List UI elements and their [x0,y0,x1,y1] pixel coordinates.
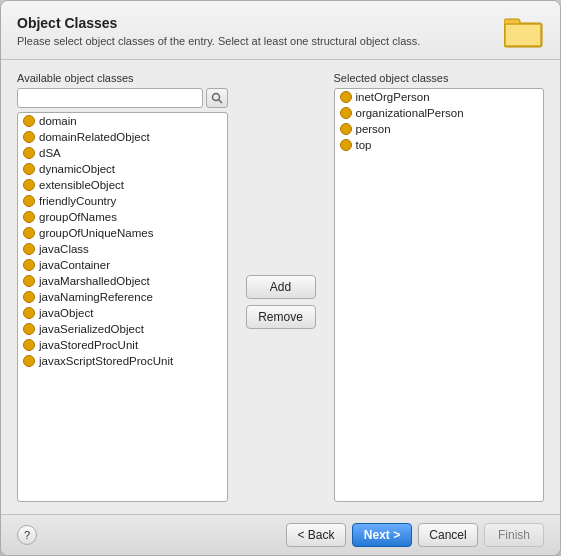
list-item[interactable]: javaObject [18,305,227,321]
footer-left: ? [17,525,37,545]
back-button[interactable]: < Back [286,523,346,547]
selected-classes-list[interactable]: inetOrgPersonorganizationalPersonpersont… [334,88,545,502]
item-icon [22,258,36,272]
search-row [17,88,228,108]
item-icon [22,178,36,192]
right-panel: Selected object classes inetOrgPersonorg… [334,72,545,502]
list-item[interactable]: top [335,137,544,153]
item-icon [22,162,36,176]
dialog-footer: ? < Back Next > Cancel Finish [1,514,560,555]
list-item[interactable]: dSA [18,145,227,161]
cancel-button[interactable]: Cancel [418,523,478,547]
header-text: Object Classes Please select object clas… [17,15,494,47]
help-button[interactable]: ? [17,525,37,545]
item-icon [22,226,36,240]
svg-rect-3 [506,25,540,45]
dialog-body: Available object classes domaindomainRel… [1,60,560,514]
list-item[interactable]: inetOrgPerson [335,89,544,105]
add-button[interactable]: Add [246,275,316,299]
available-classes-label: Available object classes [17,72,228,84]
item-icon [339,106,353,120]
item-icon [339,122,353,136]
item-icon [22,146,36,160]
list-item[interactable]: extensibleObject [18,177,227,193]
next-button[interactable]: Next > [352,523,412,547]
item-icon [22,194,36,208]
search-icon [211,92,223,104]
footer-right: < Back Next > Cancel Finish [286,523,544,547]
item-icon [22,114,36,128]
dialog-header: Object Classes Please select object clas… [1,1,560,60]
selected-classes-label: Selected object classes [334,72,545,84]
svg-line-5 [218,100,222,104]
list-item[interactable]: javaxScriptStoredProcUnit [18,353,227,369]
remove-button[interactable]: Remove [246,305,316,329]
item-icon [22,306,36,320]
item-icon [22,274,36,288]
list-item[interactable]: javaNamingReference [18,289,227,305]
list-item[interactable]: domain [18,113,227,129]
item-icon [339,138,353,152]
dialog-subtitle: Please select object classes of the entr… [17,35,494,47]
list-item[interactable]: javaMarshalledObject [18,273,227,289]
panels-row: Available object classes domaindomainRel… [17,72,544,502]
item-icon [22,242,36,256]
list-item[interactable]: javaContainer [18,257,227,273]
middle-buttons: Add Remove [236,72,326,502]
item-icon [22,322,36,336]
list-item[interactable]: groupOfNames [18,209,227,225]
svg-point-4 [212,94,219,101]
item-icon [339,90,353,104]
search-button[interactable] [206,88,228,108]
list-item[interactable]: organizationalPerson [335,105,544,121]
left-panel: Available object classes domaindomainRel… [17,72,228,502]
item-icon [22,130,36,144]
dialog-title: Object Classes [17,15,494,31]
list-item[interactable]: groupOfUniqueNames [18,225,227,241]
available-classes-list[interactable]: domaindomainRelatedObjectdSAdynamicObjec… [17,112,228,502]
list-item[interactable]: person [335,121,544,137]
finish-button[interactable]: Finish [484,523,544,547]
folder-icon [504,15,544,49]
list-item[interactable]: javaSerializedObject [18,321,227,337]
item-icon [22,210,36,224]
search-input[interactable] [17,88,203,108]
item-icon [22,338,36,352]
list-item[interactable]: javaClass [18,241,227,257]
list-item[interactable]: javaStoredProcUnit [18,337,227,353]
list-item[interactable]: dynamicObject [18,161,227,177]
object-classes-dialog: Object Classes Please select object clas… [0,0,561,556]
item-icon [22,354,36,368]
list-item[interactable]: domainRelatedObject [18,129,227,145]
item-icon [22,290,36,304]
list-item[interactable]: friendlyCountry [18,193,227,209]
